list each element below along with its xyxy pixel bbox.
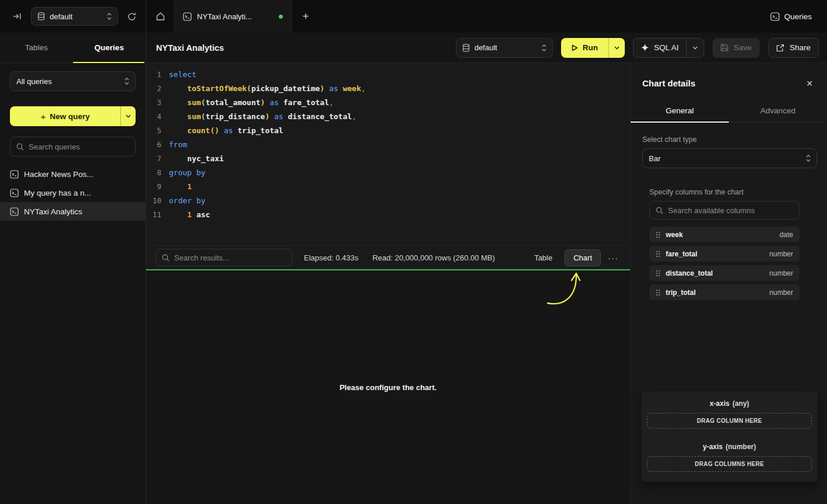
topbar-database-selector[interactable]: default — [31, 7, 118, 26]
run-options-dropdown[interactable] — [608, 38, 625, 58]
sidebar-tabs: Tables Queries — [0, 33, 146, 63]
refresh-icon[interactable] — [125, 10, 139, 23]
query-list-item[interactable]: Hacker News Pos... — [0, 165, 146, 183]
code-text: select — [169, 68, 196, 82]
table-view-button[interactable]: Table — [525, 249, 561, 266]
code-line[interactable]: 9 1 — [146, 180, 630, 194]
drag-handle-icon — [656, 270, 660, 277]
tab-general[interactable]: General — [631, 99, 729, 122]
code-line[interactable]: 11 1 asc — [146, 208, 630, 222]
line-number: 11 — [146, 208, 161, 222]
query-list-item[interactable]: NYTaxi Analytics — [0, 202, 146, 221]
code-line[interactable]: 7 nyc_taxi — [146, 152, 630, 166]
topbar-database-value: default — [50, 12, 102, 21]
tab-nytaxi-analytics[interactable]: NYTaxi Analyti... — [174, 0, 292, 33]
chevron-updown-icon — [542, 44, 546, 52]
drag-handle-icon — [656, 289, 660, 296]
save-button[interactable]: Save — [712, 38, 760, 58]
sidebar-body: All queries + New query — [0, 63, 146, 229]
more-options-button[interactable]: ··· — [604, 253, 622, 263]
query-filter-select[interactable]: All queries — [10, 71, 136, 91]
code-line[interactable]: 10order by — [146, 194, 630, 208]
annotation-arrow — [545, 270, 583, 307]
database-icon — [37, 12, 45, 20]
sparkle-icon — [641, 44, 649, 51]
query-search-input[interactable] — [29, 142, 129, 151]
sql-ai-dropdown[interactable] — [686, 39, 704, 57]
query-icon — [183, 12, 192, 21]
results-search[interactable] — [155, 249, 292, 266]
code-text: 1 — [169, 180, 192, 194]
home-tab[interactable] — [146, 0, 174, 33]
workspace: 1select2 toStartOfWeek(pickup_datetime) … — [146, 63, 827, 504]
code-line[interactable]: 3 sum(total_amount) as fare_total, — [146, 96, 630, 110]
run-button[interactable]: Run — [561, 38, 625, 58]
columns-search[interactable] — [649, 201, 800, 220]
close-icon[interactable]: ✕ — [806, 79, 813, 88]
code-line[interactable]: 4 sum(trip_distance) as distance_total, — [146, 110, 630, 124]
collapse-sidebar-icon[interactable] — [11, 10, 24, 23]
results-toolbar: Elapsed: 0.433s Read: 20,000,000 rows (2… — [146, 245, 630, 269]
column-row[interactable]: weekdate — [649, 227, 800, 242]
sidebar-tab-queries[interactable]: Queries — [73, 33, 146, 62]
columns-search-input[interactable] — [668, 206, 793, 215]
query-title: NYTaxi Analytics — [156, 43, 448, 53]
code-text: group by — [169, 166, 206, 180]
line-number: 3 — [146, 96, 161, 110]
query-list-item[interactable]: My query has a n... — [0, 183, 146, 202]
editor-header: NYTaxi Analytics default — [146, 33, 827, 63]
code-line[interactable]: 1select — [146, 68, 630, 82]
share-label: Share — [790, 43, 811, 52]
query-search[interactable] — [10, 137, 136, 157]
column-row[interactable]: trip_totalnumber — [649, 284, 800, 300]
save-label: Save — [733, 43, 752, 52]
editor-column: 1select2 toStartOfWeek(pickup_datetime) … — [146, 63, 630, 504]
line-number: 4 — [146, 110, 161, 124]
code-line[interactable]: 8group by — [146, 166, 630, 180]
new-tab-button[interactable]: + — [292, 0, 320, 33]
results-search-input[interactable] — [174, 253, 286, 262]
column-type: number — [769, 289, 793, 297]
play-icon — [572, 44, 578, 51]
sql-editor[interactable]: 1select2 toStartOfWeek(pickup_datetime) … — [146, 63, 630, 245]
code-text: from — [169, 138, 187, 152]
run-database-selector[interactable]: default — [456, 38, 553, 58]
line-number: 9 — [146, 180, 161, 194]
chart-type-select[interactable]: Bar — [642, 148, 817, 168]
new-query-button[interactable]: + New query — [10, 106, 136, 126]
x-axis-group: x-axis(any) DRAG COLUMN HERE — [647, 399, 812, 429]
search-icon — [162, 254, 169, 262]
code-text: 1 asc — [169, 208, 210, 222]
panel-title: Chart details — [642, 78, 695, 88]
y-axis-dropzone[interactable]: DRAG COLUMNS HERE — [647, 456, 812, 472]
column-type: number — [769, 269, 793, 277]
code-line[interactable]: 5 count() as trip_total — [146, 124, 630, 138]
code-line[interactable]: 6from — [146, 138, 630, 152]
run-button-main[interactable]: Run — [561, 38, 608, 58]
column-list: weekdatefare_totalnumberdistance_totalnu… — [649, 227, 800, 300]
chart-view-button[interactable]: Chart — [565, 249, 601, 266]
share-button[interactable]: Share — [768, 38, 819, 58]
chevron-down-icon — [614, 46, 620, 50]
y-axis-label: y-axis(number) — [647, 443, 812, 451]
column-row[interactable]: fare_totalnumber — [649, 246, 800, 262]
x-axis-dropzone[interactable]: DRAG COLUMN HERE — [647, 413, 812, 429]
search-icon — [16, 143, 24, 151]
queries-button[interactable]: Queries — [770, 12, 812, 21]
sidebar-tab-tables[interactable]: Tables — [0, 33, 73, 62]
elapsed-time: Elapsed: 0.433s — [304, 253, 358, 262]
column-row[interactable]: distance_totalnumber — [649, 265, 800, 281]
query-item-label: My query has a n... — [24, 189, 91, 197]
main: NYTaxi Analytics default — [146, 33, 827, 504]
view-toggle: Table Chart ··· — [525, 249, 622, 266]
new-query-main[interactable]: + New query — [10, 106, 120, 126]
column-name: trip_total — [666, 289, 764, 297]
code-line[interactable]: 2 toStartOfWeek(pickup_datetime) as week… — [146, 82, 630, 96]
queries-icon — [770, 12, 780, 21]
tab-advanced[interactable]: Advanced — [729, 99, 827, 122]
content: Tables Queries All queries + New query — [0, 33, 827, 504]
new-query-dropdown[interactable] — [120, 106, 136, 126]
sql-ai-button[interactable]: SQL AI — [633, 38, 704, 58]
column-name: fare_total — [666, 250, 764, 258]
plus-icon: + — [40, 112, 46, 121]
